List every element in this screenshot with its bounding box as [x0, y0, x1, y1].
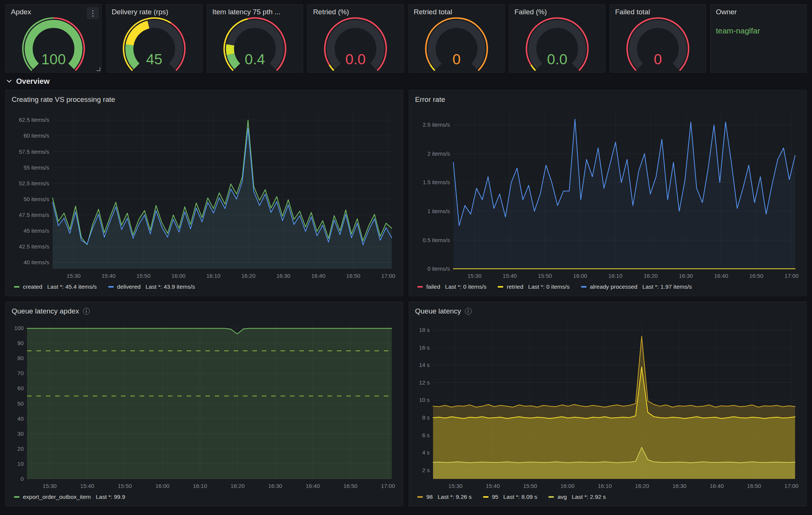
- panel-resize-handle[interactable]: [97, 67, 100, 71]
- chart-panel-header: Error rate: [415, 94, 800, 105]
- legend-series-last-value: Last *: 8.09 s: [503, 494, 537, 500]
- svg-text:16:00: 16:00: [560, 483, 575, 489]
- svg-text:45 items/s: 45 items/s: [24, 227, 49, 234]
- legend-series-last-value: Last *: 2.92 s: [572, 494, 605, 500]
- legend-series-last-value: Last *: 0 items/s: [528, 283, 569, 290]
- svg-text:15:30: 15:30: [468, 273, 482, 279]
- svg-text:18 s: 18 s: [419, 327, 430, 333]
- svg-text:16:20: 16:20: [635, 483, 649, 489]
- panel-title: Retried (%): [313, 8, 398, 17]
- svg-text:16:50: 16:50: [747, 483, 761, 489]
- svg-text:15:40: 15:40: [80, 483, 94, 489]
- svg-text:16 s: 16 s: [419, 344, 430, 351]
- svg-text:60 items/s: 60 items/s: [24, 132, 49, 139]
- time-series-plot: 2 s4 s6 s8 s10 s12 s14 s16 s18 s15:3015:…: [415, 317, 800, 491]
- legend-series-name: export_order_outbox_item: [23, 494, 91, 500]
- svg-text:15:50: 15:50: [538, 273, 552, 279]
- legend-series-marker: [483, 496, 489, 498]
- panel-title: Delivery rate (rps): [112, 8, 197, 17]
- legend-item[interactable]: avgLast *: 2.92 s: [548, 494, 605, 500]
- legend-item[interactable]: 95Last *: 8.09 s: [483, 494, 537, 500]
- legend-series-marker: [14, 286, 20, 288]
- legend-item[interactable]: already processedLast *: 1.97 items/s: [581, 283, 692, 290]
- gauge: 0: [414, 17, 499, 72]
- plot-area: 0 items/s0.5 items/s1 items/s1.5 items/s…: [415, 105, 800, 281]
- legend-item[interactable]: 98Last *: 9.26 s: [417, 494, 472, 500]
- legend-item[interactable]: deliveredLast *: 43.9 items/s: [108, 283, 195, 290]
- legend-series-marker: [417, 496, 423, 498]
- legend-series-name: retried: [507, 283, 523, 290]
- plot-area: 40 items/s42.5 items/s45 items/s47.5 ite…: [12, 105, 397, 281]
- svg-text:10 s: 10 s: [419, 397, 430, 403]
- panel-title: Failed total: [615, 8, 700, 17]
- svg-text:2 s: 2 s: [422, 467, 430, 473]
- legend-item[interactable]: export_order_outbox_itemLast *: 99.9: [14, 494, 125, 500]
- section-label: Overview: [16, 77, 50, 86]
- legend-series-last-value: Last *: 1.97 items/s: [642, 283, 692, 290]
- legend: export_order_outbox_itemLast *: 99.9: [12, 491, 397, 503]
- panel-title: Failed (%): [515, 8, 600, 17]
- svg-text:16:10: 16:10: [598, 483, 612, 489]
- panel-menu-icon[interactable]: ⋮: [87, 7, 99, 19]
- legend-series-name: created: [23, 283, 42, 290]
- info-icon[interactable]: i: [465, 308, 472, 315]
- svg-text:60: 60: [17, 385, 24, 391]
- svg-text:1.5 items/s: 1.5 items/s: [423, 179, 450, 185]
- time-series-plot: 0 items/s0.5 items/s1 items/s1.5 items/s…: [415, 105, 800, 281]
- panel-title: Queue latency apdex: [12, 307, 79, 315]
- svg-text:16:50: 16:50: [343, 483, 358, 489]
- stat-row: Apdex⋮100Delivery rate (rps)45Item laten…: [5, 4, 807, 73]
- svg-text:80: 80: [17, 355, 24, 361]
- legend-series-name: already processed: [590, 283, 638, 290]
- legend-series-last-value: Last *: 0 items/s: [445, 283, 486, 290]
- svg-text:20: 20: [17, 445, 24, 452]
- svg-text:17:00: 17:00: [784, 483, 798, 489]
- legend-item[interactable]: createdLast *: 45.4 items/s: [14, 283, 97, 290]
- legend-item[interactable]: retriedLast *: 0 items/s: [498, 283, 569, 290]
- legend-series-marker: [108, 286, 114, 288]
- svg-text:15:50: 15:50: [118, 483, 132, 489]
- gauge-value: 0: [452, 51, 460, 67]
- gauge-value: 0.0: [346, 51, 366, 67]
- svg-text:15:50: 15:50: [523, 483, 537, 489]
- svg-text:17:00: 17:00: [785, 273, 799, 279]
- gauge-value: 0.0: [547, 51, 567, 67]
- svg-text:0 items/s: 0 items/s: [427, 265, 450, 272]
- svg-text:16:30: 16:30: [679, 273, 693, 279]
- panel-title: Item latency 75 pth ...: [212, 8, 297, 17]
- svg-text:40: 40: [17, 415, 24, 422]
- legend: 98Last *: 9.26 s95Last *: 8.09 savgLast …: [415, 491, 800, 503]
- stat-panel: Ownerteam-naglfar: [710, 4, 807, 73]
- svg-text:6 s: 6 s: [422, 432, 430, 438]
- svg-text:15:30: 15:30: [448, 483, 463, 489]
- svg-text:10: 10: [17, 460, 24, 467]
- legend-series-marker: [581, 286, 587, 288]
- legend-series-name: 95: [492, 494, 498, 500]
- chart-panel: Queue latency apdexi01020304050607080901…: [5, 301, 403, 506]
- gauge-value: 45: [146, 51, 162, 67]
- svg-text:16:00: 16:00: [171, 273, 186, 279]
- svg-text:16:10: 16:10: [608, 273, 623, 279]
- time-series-plot: 010203040506070809010015:3015:4015:5016:…: [12, 317, 397, 491]
- gauge-value: 0: [654, 51, 662, 67]
- panel-title: Error rate: [415, 95, 445, 104]
- svg-text:14 s: 14 s: [419, 362, 430, 368]
- section-overview-toggle[interactable]: Overview: [5, 73, 807, 90]
- svg-text:8 s: 8 s: [422, 414, 430, 421]
- svg-text:16:20: 16:20: [231, 483, 245, 489]
- info-icon[interactable]: i: [83, 308, 90, 315]
- svg-text:50 items/s: 50 items/s: [24, 196, 49, 202]
- svg-text:15:40: 15:40: [503, 273, 517, 279]
- svg-text:16:40: 16:40: [714, 273, 728, 279]
- svg-text:90: 90: [17, 340, 24, 346]
- legend-item[interactable]: failedLast *: 0 items/s: [417, 283, 486, 290]
- charts-grid: Creating rate VS processing rate40 items…: [5, 90, 807, 506]
- owner-link[interactable]: team-naglfar: [716, 26, 801, 35]
- time-series-plot: 40 items/s42.5 items/s45 items/s47.5 ite…: [12, 105, 397, 281]
- svg-text:30: 30: [17, 430, 24, 437]
- svg-text:57.5 items/s: 57.5 items/s: [19, 148, 49, 155]
- svg-text:70: 70: [17, 370, 24, 376]
- legend-series-marker: [548, 496, 554, 498]
- chart-panel-header: Queue latency apdexi: [12, 306, 397, 317]
- svg-text:16:10: 16:10: [206, 273, 220, 279]
